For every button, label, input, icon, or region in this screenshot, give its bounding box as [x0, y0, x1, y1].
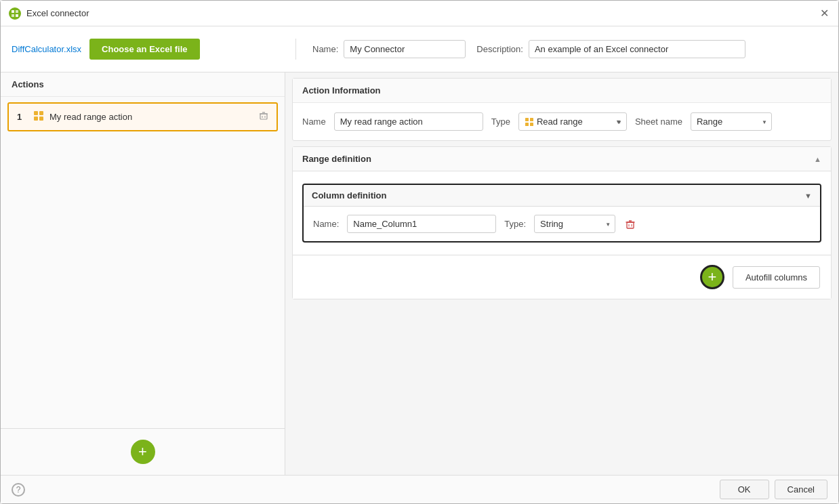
window-footer: ? OK Cancel — [1, 475, 838, 503]
action-item[interactable]: 1 My read range action — [7, 102, 278, 131]
action-name: My read range action — [49, 112, 253, 122]
action-info-body: Name Type Read range — [293, 103, 831, 140]
col-type-select[interactable]: String Integer Double Boolean Date — [534, 215, 615, 233]
type-label: Type — [491, 117, 510, 127]
add-column-button[interactable]: + — [700, 265, 724, 289]
connector-name-input[interactable] — [344, 40, 466, 58]
description-label: Description: — [476, 44, 523, 54]
action-name-input[interactable] — [334, 112, 483, 131]
cancel-button[interactable]: Cancel — [775, 480, 827, 499]
left-panel-footer: + — [1, 428, 285, 475]
add-action-button[interactable]: + — [131, 440, 155, 464]
range-definition-section: Range definition ▲ Column definition ▼ N… — [292, 146, 832, 299]
sheet-name-label: Sheet name — [635, 117, 682, 127]
col-delete-button[interactable] — [623, 217, 637, 231]
svg-rect-15 — [525, 123, 529, 126]
description-field-group: Description: — [476, 40, 745, 58]
range-collapse-icon[interactable]: ▲ — [814, 155, 821, 163]
svg-rect-2 — [12, 14, 14, 17]
svg-rect-3 — [16, 14, 18, 17]
column-definition-header[interactable]: Column definition ▼ — [304, 185, 820, 207]
type-select-wrapper: Read range ▼ — [518, 112, 627, 131]
range-definition-header: Range definition ▲ — [293, 147, 831, 171]
column-definition-block: Column definition ▼ Name: Type: String — [302, 184, 821, 243]
top-bar: DiffCalculator.xlsx Choose an Excel file… — [1, 26, 838, 72]
sheet-select-wrapper: Range Sheet1 Sheet2 — [691, 112, 772, 131]
svg-rect-8 — [260, 114, 267, 119]
top-left-section: DiffCalculator.xlsx Choose an Excel file — [12, 39, 296, 60]
body-layout: Actions 1 My read range action — [1, 72, 838, 475]
svg-rect-14 — [530, 118, 533, 121]
svg-rect-6 — [34, 117, 38, 121]
action-info-section: Action Information Name Type — [292, 78, 832, 141]
svg-rect-13 — [525, 118, 529, 121]
svg-rect-1 — [16, 10, 18, 13]
column-definition-body: Name: Type: String Integer Double Boolea… — [304, 207, 820, 241]
range-def-title: Range definition — [302, 154, 371, 164]
app-icon — [9, 7, 21, 20]
window-title: Excel connector — [26, 8, 89, 18]
right-panel-footer: + Autofill columns — [293, 255, 831, 299]
choose-file-button[interactable]: Choose an Excel file — [89, 39, 199, 60]
connector-description-input[interactable] — [529, 40, 745, 58]
action-info-title: Action Information — [302, 85, 381, 96]
svg-rect-5 — [39, 111, 43, 115]
excel-connector-window: Excel connector ✕ DiffCalculator.xlsx Ch… — [0, 0, 839, 504]
type-value: Read range — [537, 117, 583, 127]
col-def-toggle-icon[interactable]: ▼ — [804, 192, 812, 200]
right-panel: Action Information Name Type — [285, 72, 838, 475]
action-name-label: Name — [302, 117, 326, 127]
ok-button[interactable]: OK — [720, 480, 769, 499]
svg-rect-16 — [530, 123, 533, 126]
range-body: Column definition ▼ Name: Type: String — [293, 171, 831, 255]
col-def-title: Column definition — [312, 190, 386, 201]
actions-header: Actions — [1, 72, 285, 97]
svg-rect-0 — [12, 10, 14, 13]
title-bar: Excel connector ✕ — [1, 1, 838, 26]
autofill-columns-button[interactable]: Autofill columns — [733, 266, 820, 289]
svg-rect-17 — [627, 222, 634, 228]
sheet-name-select[interactable]: Range Sheet1 Sheet2 — [691, 112, 772, 131]
action-number: 1 — [17, 112, 28, 122]
action-type-icon — [33, 110, 44, 123]
col-name-label: Name: — [313, 219, 339, 229]
name-label: Name: — [312, 44, 338, 54]
action-info-header: Action Information — [293, 79, 831, 103]
file-link[interactable]: DiffCalculator.xlsx — [12, 44, 81, 54]
col-name-input[interactable] — [347, 215, 496, 233]
col-def-form-row: Name: Type: String Integer Double Boolea… — [313, 215, 811, 233]
svg-rect-4 — [34, 111, 38, 115]
svg-rect-7 — [39, 117, 43, 121]
footer-buttons: OK Cancel — [720, 480, 827, 499]
action-delete-icon[interactable] — [259, 111, 268, 123]
title-bar-left: Excel connector — [9, 7, 89, 20]
col-type-select-wrapper: String Integer Double Boolean Date — [534, 215, 615, 233]
col-type-label: Type: — [504, 219, 526, 229]
action-info-form-row: Name Type Read range — [302, 112, 821, 131]
top-right-section: Name: Description: — [307, 40, 827, 58]
help-button[interactable]: ? — [12, 483, 25, 497]
name-field-group: Name: — [312, 40, 466, 58]
close-button[interactable]: ✕ — [818, 7, 830, 20]
left-panel: Actions 1 My read range action — [1, 72, 285, 475]
